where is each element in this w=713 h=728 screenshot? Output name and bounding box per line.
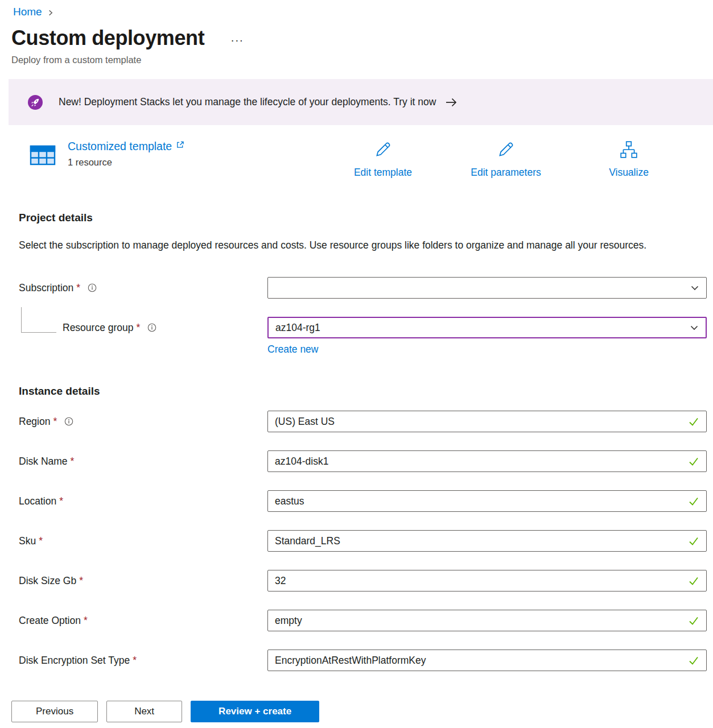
breadcrumb: Home [0, 0, 713, 18]
location-label: Location [19, 495, 56, 507]
required-asterisk: * [59, 495, 63, 507]
create-option-label-cell: Create Option* [19, 615, 267, 627]
required-asterisk: * [79, 575, 83, 587]
disk-name-input[interactable]: az104-disk1 [267, 450, 707, 472]
create-option-value: empty [275, 615, 683, 627]
region-label: Region [19, 416, 50, 428]
rocket-icon [27, 94, 43, 110]
disk-name-value: az104-disk1 [275, 456, 683, 468]
instance-details-heading: Instance details [19, 385, 713, 398]
field-row-create-option: Create Option* empty [19, 610, 707, 631]
dependency-connector-line [21, 307, 56, 333]
resource-group-label-cell: Resource group* [19, 322, 267, 334]
location-input[interactable]: eastus [267, 490, 707, 512]
edit-parameters-label: Edit parameters [471, 167, 541, 179]
chevron-down-icon [690, 283, 699, 292]
disk-encryption-set-type-label-cell: Disk Encryption Set Type* [19, 655, 267, 667]
resource-group-label: Resource group [63, 322, 134, 334]
template-grid-icon [29, 142, 56, 169]
previous-button[interactable]: Previous [11, 701, 98, 722]
pencil-icon [496, 140, 516, 162]
disk-encryption-set-type-input[interactable]: EncryptionAtRestWithPlatformKey [267, 650, 707, 671]
customized-template-link[interactable]: Customized template [68, 140, 184, 153]
region-input[interactable]: (US) East US [267, 411, 707, 432]
required-asterisk: * [39, 535, 43, 547]
edit-template-button[interactable]: Edit template [322, 140, 444, 179]
field-row-disk-encryption-set-type: Disk Encryption Set Type* EncryptionAtRe… [19, 650, 707, 671]
disk-name-label-cell: Disk Name* [19, 456, 267, 468]
info-icon[interactable] [64, 417, 73, 426]
field-row-subscription: Subscription* [19, 277, 707, 299]
subscription-dropdown[interactable] [267, 277, 707, 299]
subscription-label: Subscription [19, 282, 73, 294]
valid-check-icon [688, 495, 699, 507]
template-text: Customized template 1 resource [68, 140, 184, 169]
valid-check-icon [688, 535, 699, 547]
title-row: Custom deployment ··· [11, 26, 713, 50]
disk-size-gb-label: Disk Size Gb [19, 575, 76, 587]
project-form: Subscription* Resource group* [0, 277, 713, 671]
external-link-icon [176, 140, 184, 149]
required-asterisk: * [76, 282, 80, 294]
disk-size-gb-value: 32 [275, 575, 683, 587]
next-button[interactable]: Next [106, 701, 182, 722]
custom-deployment-page: Home Custom deployment ··· Deploy from a… [0, 0, 713, 728]
page-title: Custom deployment [11, 26, 204, 50]
chevron-down-icon [690, 323, 699, 332]
banner-message: New! Deployment Stacks let you manage th… [59, 96, 436, 108]
field-row-disk-size-gb: Disk Size Gb* 32 [19, 570, 707, 592]
project-details-heading: Project details [19, 212, 713, 224]
subscription-label-cell: Subscription* [19, 282, 267, 294]
spacer [0, 398, 713, 411]
breadcrumb-chevron-icon [47, 10, 53, 16]
valid-check-icon [688, 416, 699, 427]
field-row-sku: Sku* Standard_LRS [19, 530, 707, 552]
disk-encryption-set-type-value: EncryptionAtRestWithPlatformKey [275, 655, 683, 667]
template-name-label: Customized template [68, 140, 172, 153]
field-row-resource-group: Resource group* az104-rg1 [19, 317, 707, 338]
valid-check-icon [688, 615, 699, 626]
location-value: eastus [275, 495, 683, 507]
disk-size-gb-label-cell: Disk Size Gb* [19, 575, 267, 587]
template-summary-row: Customized template 1 resource [29, 140, 699, 179]
required-asterisk: * [137, 322, 141, 334]
required-asterisk: * [53, 416, 57, 428]
project-details-description: Select the subscription to manage deploy… [19, 237, 672, 254]
breadcrumb-home-link[interactable]: Home [13, 6, 42, 18]
valid-check-icon [688, 575, 699, 586]
hierarchy-icon [619, 140, 638, 162]
required-asterisk: * [84, 615, 88, 627]
valid-check-icon [688, 456, 699, 467]
edit-template-label: Edit template [354, 167, 412, 179]
create-new-wrap: Create new [267, 344, 713, 355]
page-subtitle: Deploy from a custom template [11, 55, 713, 65]
resource-group-dropdown[interactable]: az104-rg1 [267, 317, 707, 338]
create-new-link[interactable]: Create new [267, 344, 319, 355]
template-actions: Edit template Edit parameters [322, 140, 690, 179]
review-create-button[interactable]: Review + create [191, 701, 319, 722]
valid-check-icon [688, 655, 699, 666]
sku-value: Standard_LRS [275, 535, 683, 547]
disk-size-gb-input[interactable]: 32 [267, 570, 707, 592]
required-asterisk: * [71, 456, 75, 468]
info-icon[interactable] [147, 323, 156, 332]
field-row-region: Region* (US) East US [19, 411, 707, 432]
visualize-button[interactable]: Visualize [567, 140, 690, 179]
required-asterisk: * [133, 655, 137, 667]
create-option-input[interactable]: empty [267, 610, 707, 631]
footer-bar: Previous Next Review + create [0, 687, 713, 728]
sku-input[interactable]: Standard_LRS [267, 530, 707, 552]
sku-label-cell: Sku* [19, 535, 267, 547]
disk-encryption-set-type-label: Disk Encryption Set Type [19, 655, 130, 667]
create-option-label: Create Option [19, 615, 81, 627]
more-options-icon[interactable]: ··· [230, 34, 244, 47]
region-label-cell: Region* [19, 416, 267, 428]
deployment-stacks-banner[interactable]: New! Deployment Stacks let you manage th… [9, 79, 713, 125]
resource-group-value: az104-rg1 [275, 322, 685, 334]
info-icon[interactable] [88, 283, 97, 292]
arrow-right-icon[interactable] [445, 97, 458, 107]
field-row-location: Location* eastus [19, 490, 707, 512]
template-info: Customized template 1 resource [29, 140, 184, 169]
field-row-disk-name: Disk Name* az104-disk1 [19, 450, 707, 472]
edit-parameters-button[interactable]: Edit parameters [444, 140, 567, 179]
